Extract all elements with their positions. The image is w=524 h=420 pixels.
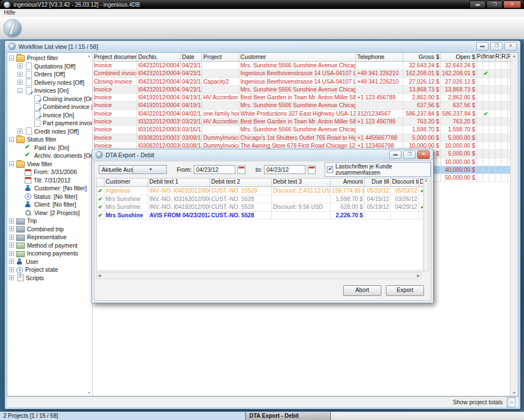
tree-item[interactable]: +Quotations [Off] [7,62,92,71]
debit-table-header[interactable]: CustomerDebit text 1Debit text 2Debit te… [97,179,427,187]
table-row[interactable]: Closing invoiceI04232012/0004504/23/12Ca… [93,78,514,86]
column-header-open[interactable]: Open $ [441,53,477,61]
show-totals-button[interactable]: « [507,397,516,407]
scroll-down-icon[interactable]: ▼ [511,391,518,395]
tree-item[interactable]: +Trip [7,217,92,225]
expander-icon[interactable]: + [9,275,14,280]
tree-scroll-down-icon[interactable]: ▼ [87,391,91,395]
column-header-r1[interactable]: R1 [495,53,502,61]
to-date-input[interactable] [264,165,306,174]
tree-item[interactable]: Status: [No filter] [7,193,92,201]
expander-icon[interactable]: + [9,235,14,240]
ingenious-logo-icon[interactable] [3,19,22,38]
tree-item[interactable]: View: [2 Projects] [7,209,92,217]
tree-item[interactable]: Invoice [On] [7,111,92,120]
expander-icon[interactable]: + [9,218,14,223]
column-header-r2[interactable]: R2 [502,53,508,61]
tree-item[interactable]: Paid inv. [On] [7,144,92,152]
wf-minimize-button[interactable]: ▬ [476,42,489,51]
tree-item[interactable]: +Orders [Off] [7,70,92,79]
column-header-fin[interactable]: fin. [483,53,489,61]
expander-icon[interactable]: + [17,72,22,77]
tree-item[interactable]: −View filter [7,160,92,168]
tree-item[interactable]: +Combined trip [7,225,92,234]
column-header-project[interactable]: Project [202,53,239,61]
expander-icon[interactable]: + [17,63,22,69]
scroll-right-icon[interactable]: ▶ [417,273,420,278]
column-header-d1[interactable]: Debit text 1 [148,179,210,186]
column-header-amount[interactable]: Amount [331,179,364,186]
wf-close-button[interactable]: ✕ [504,42,517,51]
tree-item[interactable]: Client: [No filter] [7,200,92,209]
column-header-customer[interactable]: Customer [239,53,356,61]
debit-row[interactable]: ✔IngeniousINV.-NO. I04232012/00046CUST.-… [97,187,427,195]
table-vertical-scrollbar[interactable]: ▲ ▼ [510,53,518,396]
column-header-pai[interactable]: Pai [477,53,483,61]
close-button[interactable]: ✕ [503,1,521,8]
from-calendar-icon[interactable] [238,166,245,174]
dialog-maximize-button[interactable]: ❐ [403,150,416,159]
export-button[interactable]: Export [386,285,424,296]
chevron-down-icon[interactable]: ▼ [133,166,166,174]
tree-item[interactable]: −Invoices [On] [7,86,92,95]
dialog-minimize-button[interactable]: ▬ [389,150,402,159]
tree-item[interactable]: From: 3/31/2006 [7,168,92,176]
expander-icon[interactable]: + [9,226,14,231]
tree-item[interactable]: −Status filter [7,135,92,144]
tree-item[interactable]: Till: 7/31/2012 [7,176,92,185]
tree-item[interactable]: +Project state [7,266,92,274]
tree-item[interactable]: +Method of payment [7,241,92,250]
column-header-date[interactable]: Date [181,53,202,61]
expander-icon[interactable]: + [17,80,22,85]
dialog-close-button[interactable]: ✕ [417,150,430,159]
expander-icon[interactable]: − [9,161,14,166]
column-header-doc[interactable]: Project document [93,53,137,61]
table-row[interactable]: InvoiceI04232012/0004304/23/12Mrs. Sunsh… [93,86,514,94]
taskbar-item-dta-export[interactable]: DTA Export - Debit [245,412,331,420]
table-row[interactable]: InvoiceI04232012/0004704/23/12Mrs. Sunsh… [93,62,514,70]
column-header-cust[interactable]: Customer [104,179,148,186]
dialog-titlebar[interactable]: DTA Export - Debit ▬ ❐ ✕ [92,149,433,160]
column-header-gross[interactable]: Gross $ [403,53,441,61]
column-header-arc[interactable]: arc [489,53,495,61]
tree-item[interactable]: Customer: [No filter] [7,184,92,193]
expander-icon[interactable]: − [9,137,14,142]
to-calendar-icon[interactable] [308,166,316,174]
abort-button[interactable]: Abort [343,285,381,296]
expander-icon[interactable]: − [9,56,14,61]
expander-icon[interactable]: + [17,129,22,134]
tree-scroll-up-icon[interactable]: ▲ [87,54,91,58]
column-header-disc[interactable]: Discount till [391,179,419,186]
column-header-phone[interactable]: Telephone [356,53,403,61]
table-row[interactable]: InvoiceI03232012/0003903/23/12HV Accordi… [93,118,514,126]
tree-item[interactable]: +Delivery notes [Off] [7,79,92,87]
column-header-d2[interactable]: Debit text 2 [210,179,272,186]
table-row[interactable]: Combined invoiceI04232012/0004604/23/12I… [93,70,514,77]
tree-item[interactable]: +Credit notes [Off] [7,127,92,136]
debit-row[interactable]: ✔Mrs SunshineAVIS FROM 04/23/2012CUST.-N… [97,212,427,220]
table-row[interactable]: InvoiceI03162012/0003803/16/12Mrs. Sunsh… [93,126,514,134]
tree-item[interactable]: +User [7,258,92,266]
expander-icon[interactable]: + [9,259,14,264]
debit-row[interactable]: ✔Mrs SunshineINV.-NO. I04192012/00041CUS… [97,203,427,212]
scroll-up-icon[interactable]: ▲ [511,54,518,58]
tree-item[interactable]: Part payment invoice [Off] [7,119,92,127]
table-row[interactable]: InvoiceI04192012/0004204/19/12HV Accordi… [93,94,514,102]
table-row[interactable]: InvoiceI04022012/0004004/02/12one-family… [93,110,514,118]
debit-vertical-scrollbar[interactable]: ▲ [423,178,429,271]
from-date-input[interactable] [194,165,235,174]
wf-maximize-button[interactable]: ❐ [490,42,503,51]
tree-item[interactable]: −Project filter [7,54,92,62]
column-header-due[interactable]: Due till [364,179,391,186]
column-header-d3[interactable]: Debit text 3 [272,179,331,186]
column-header-docno[interactable]: DocNo. [137,53,181,61]
expander-icon[interactable]: + [9,243,14,248]
expander-icon[interactable]: + [9,267,14,272]
checkbox-checked-icon[interactable]: ✔ [327,166,333,173]
menu-hilfe[interactable]: Hilfe [0,9,19,17]
debit-horizontal-scrollbar[interactable]: ◀ ▶ [96,272,422,279]
combine-debits-option[interactable]: ✔ Lastschriften je Kunde zusammenfassen [325,162,431,177]
tree-item[interactable]: +Scripts [7,274,92,282]
minimize-button[interactable]: ▬ [470,1,486,8]
maximize-button[interactable]: ❐ [486,1,503,8]
